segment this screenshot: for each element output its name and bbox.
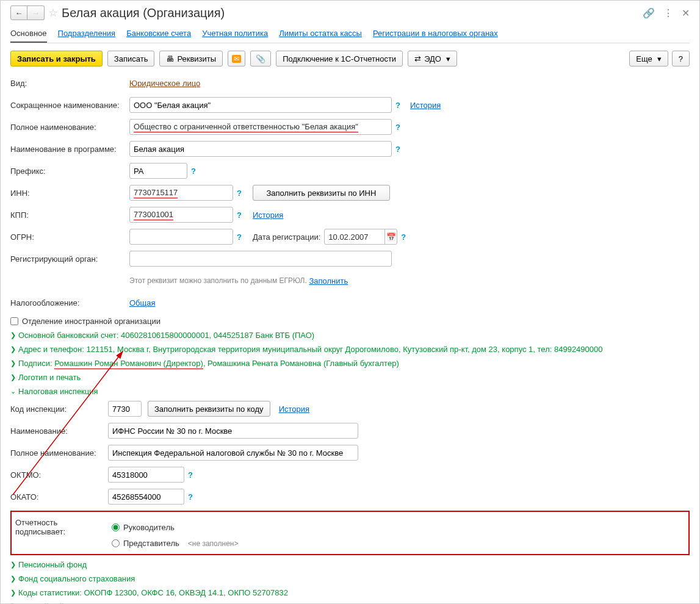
tab-bank-accounts[interactable]: Банковские счета <box>126 25 191 43</box>
edo-icon: ⇄ <box>414 54 421 63</box>
tab-main[interactable]: Основное <box>10 25 47 43</box>
inspection-code-input[interactable] <box>108 401 142 417</box>
inspection-name-label: Наименование: <box>10 426 108 436</box>
oktmo-label: ОКТМО: <box>10 470 108 480</box>
help-icon[interactable]: ? <box>188 470 193 480</box>
titlebar: ← → ☆ Белая акация (Организация) 🔗 ⋮ ✕ <box>10 5 690 20</box>
connect-1c-button[interactable]: Подключение к 1С-Отчетности <box>276 51 403 67</box>
signer-rep-radio[interactable] <box>112 539 120 547</box>
fill-by-code-button[interactable]: Заполнить реквизиты по коду <box>148 401 270 417</box>
chevron-right-icon: ❯ <box>10 331 16 339</box>
forward-button[interactable]: → <box>27 5 45 20</box>
prefix-input[interactable] <box>129 163 187 179</box>
short-name-input[interactable] <box>129 97 392 113</box>
tab-tax-registration[interactable]: Регистрации в налоговых органах <box>373 25 498 43</box>
requisites-button[interactable]: 🖶Реквизиты <box>159 51 223 67</box>
kpp-input[interactable]: 773001001 <box>129 207 233 223</box>
mail-icon: ✉ <box>232 55 241 63</box>
expander-bank[interactable]: ❯Основной банковский счет: 4060281061580… <box>10 331 690 340</box>
reg-date-input[interactable]: 10.02.2007 📅 <box>324 229 397 245</box>
inspection-full-name-label: Полное наименование: <box>10 448 108 458</box>
tax-label: Налогообложение: <box>10 298 129 307</box>
expander-address[interactable]: ❯Адрес и телефон: 121151, Москва г, Внут… <box>10 345 690 354</box>
tax-value-link[interactable]: Общая <box>129 298 156 307</box>
prefix-label: Префикс: <box>10 167 129 176</box>
tab-subdivisions[interactable]: Подразделения <box>58 25 116 43</box>
chevron-down-icon: ⌄ <box>10 387 16 395</box>
chevron-right-icon: ❯ <box>10 359 16 367</box>
save-button[interactable]: Записать <box>107 51 155 67</box>
type-value[interactable]: Юридическое лицо <box>129 79 200 88</box>
inspection-name-input[interactable] <box>108 423 358 439</box>
short-name-label: Сокращенное наименование: <box>10 101 129 110</box>
signer-rep-label: Представитель <box>123 539 179 548</box>
attach-button[interactable]: 📎 <box>250 51 271 67</box>
help-icon[interactable]: ? <box>188 492 193 502</box>
expander-stats[interactable]: ❯Коды статистики: ОКОПФ 12300, ОКФС 16, … <box>10 588 690 597</box>
fill-link[interactable]: Заполнить <box>309 276 348 286</box>
link-icon[interactable]: 🔗 <box>643 7 655 19</box>
help-icon[interactable]: ? <box>237 210 242 220</box>
signer-head-label: Руководитель <box>123 523 175 532</box>
help-icon[interactable]: ? <box>237 189 242 198</box>
inn-label: ИНН: <box>10 189 129 198</box>
tab-bar: Основное Подразделения Банковские счета … <box>10 25 690 43</box>
calendar-icon[interactable]: 📅 <box>384 229 397 244</box>
not-filled-hint: <не заполнен> <box>188 539 239 548</box>
fill-by-inn-button[interactable]: Заполнить реквизиты по ИНН <box>253 185 390 201</box>
okato-label: ОКАТО: <box>10 492 108 502</box>
reg-org-input[interactable] <box>129 251 392 267</box>
chevron-right-icon: ❯ <box>10 373 16 381</box>
edo-button[interactable]: ⇄ЭДО▾ <box>408 51 457 67</box>
chevron-right-icon: ❯ <box>10 589 16 597</box>
history-link[interactable]: История <box>410 101 441 110</box>
help-icon[interactable]: ? <box>395 123 400 132</box>
inn-input[interactable]: 7730715117 <box>129 185 233 201</box>
ogrn-label: ОГРН: <box>10 232 129 242</box>
foreign-branch-label: Отделение иностранной организации <box>22 317 161 326</box>
inspection-full-name-input[interactable] <box>108 445 358 461</box>
more-button[interactable]: Еще▾ <box>629 51 668 67</box>
help-icon[interactable]: ? <box>395 145 400 154</box>
expander-social[interactable]: ❯Фонд социального страхования <box>10 574 690 583</box>
toolbar: Записать и закрыть Записать 🖶Реквизиты ✉… <box>10 51 690 67</box>
ogrn-input[interactable] <box>129 229 233 245</box>
chevron-right-icon: ❯ <box>10 575 16 583</box>
reg-hint: Этот реквизит можно заполнить по данным … <box>129 276 307 285</box>
signer-highlight-box: Отчетность подписывает: Руководитель Пре… <box>10 511 690 555</box>
print-icon: 🖶 <box>166 54 174 63</box>
save-close-button[interactable]: Записать и закрыть <box>10 51 103 67</box>
kebab-menu-icon[interactable]: ⋮ <box>663 7 673 19</box>
foreign-branch-checkbox[interactable] <box>10 317 18 325</box>
chevron-right-icon: ❯ <box>10 345 16 353</box>
signer-label: Отчетность подписывает: <box>15 518 108 536</box>
program-name-input[interactable] <box>129 141 392 157</box>
tab-cash-limits[interactable]: Лимиты остатка кассы <box>279 25 362 43</box>
expander-tax-inspection[interactable]: ⌄Налоговая инспекция <box>10 387 690 396</box>
help-icon[interactable]: ? <box>237 232 242 242</box>
favorite-star-icon[interactable]: ☆ <box>48 6 58 20</box>
tab-accounting-policy[interactable]: Учетная политика <box>202 25 268 43</box>
expander-pension[interactable]: ❯Пенсионный фонд <box>10 560 690 569</box>
help-button[interactable]: ? <box>672 51 690 67</box>
chevron-right-icon: ❯ <box>10 561 16 569</box>
help-icon[interactable]: ? <box>401 232 406 242</box>
inspection-history-link[interactable]: История <box>279 404 309 414</box>
okato-input[interactable] <box>108 489 184 505</box>
program-name-label: Наименование в программе: <box>10 145 129 154</box>
type-label: Вид: <box>10 79 129 88</box>
mail-button[interactable]: ✉ <box>228 51 245 67</box>
kpp-label: КПП: <box>10 210 129 220</box>
reg-date-label: Дата регистрации: <box>253 232 320 242</box>
help-icon[interactable]: ? <box>395 101 400 110</box>
paperclip-icon: 📎 <box>256 54 265 63</box>
oktmo-input[interactable] <box>108 467 184 483</box>
expander-logo[interactable]: ❯Логотип и печать <box>10 373 690 382</box>
signer-head-radio[interactable] <box>112 523 120 531</box>
help-icon[interactable]: ? <box>191 167 196 176</box>
back-button[interactable]: ← <box>10 5 27 20</box>
full-name-input[interactable]: Общество с ограниченной ответственностью… <box>129 119 392 135</box>
expander-signatures[interactable]: ❯Подписи: Ромашкин Роман Романович (Дире… <box>10 359 690 368</box>
kpp-history-link[interactable]: История <box>253 210 283 220</box>
close-icon[interactable]: ✕ <box>682 7 690 19</box>
